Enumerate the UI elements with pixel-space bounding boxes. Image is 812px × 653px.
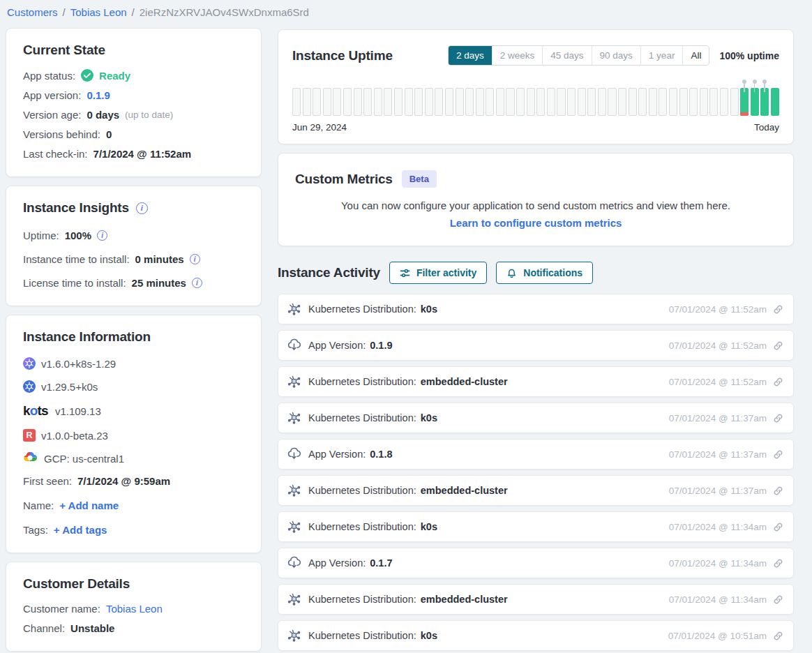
activity-timestamp: 07/01/2024 @ 11:34am [669,522,767,532]
permalink-icon[interactable] [773,413,783,423]
uptime-bar[interactable] [649,88,657,116]
uptime-range-45-days[interactable]: 45 days [542,46,591,65]
activity-row[interactable]: Kubernetes Distribution: embedded-cluste… [278,366,794,397]
uptime-bar[interactable] [700,88,708,116]
add-name-link[interactable]: + Add name [59,500,119,511]
breadcrumb: Customers / Tobias Leon / 2ieRzNzXRVJAOv… [7,6,309,18]
uptime-bar[interactable] [587,88,596,116]
uptime-bar[interactable] [567,88,576,116]
uptime-bar[interactable] [435,88,443,116]
permalink-icon[interactable] [773,340,783,351]
info-icon[interactable] [192,278,202,288]
uptime-bar[interactable] [496,88,504,116]
current-state-card: Current State App status: Ready App vers… [6,28,262,177]
uptime-bar[interactable] [465,88,474,116]
uptime-bar[interactable] [323,88,331,116]
license-tti-value: 25 minutes [132,277,186,289]
info-icon[interactable] [136,202,148,214]
uptime-bar[interactable] [506,88,514,116]
uptime-bar[interactable] [313,88,321,116]
uptime-summary: 100% uptime [719,50,779,61]
uptime-range-2-days[interactable]: 2 days [449,46,492,65]
uptime-bar[interactable] [384,88,392,116]
uptime-bar[interactable] [598,88,606,116]
permalink-icon[interactable] [773,377,783,387]
uptime-bar[interactable] [354,88,362,116]
uptime-bar[interactable] [629,88,637,116]
activity-timestamp: 07/01/2024 @ 11:37am [669,486,767,496]
uptime-bar[interactable] [445,88,453,116]
permalink-icon[interactable] [773,486,783,496]
uptime-bar[interactable] [638,88,647,116]
uptime-bar[interactable] [679,88,688,116]
version-age-note: (up to date) [125,110,173,120]
uptime-bar[interactable] [608,88,616,116]
uptime-bar[interactable] [618,88,626,116]
uptime-bar[interactable] [751,88,759,116]
filter-activity-button[interactable]: Filter activity [389,262,487,284]
uptime-bar[interactable] [486,88,494,116]
activity-row[interactable]: App Version: 0.1.8 07/01/2024 @ 11:37am [278,439,794,470]
uptime-bar[interactable] [578,88,586,116]
uptime-bar[interactable] [394,88,403,116]
uptime-bar[interactable] [343,88,352,116]
uptime-range-1-year[interactable]: 1 year [640,46,683,65]
uptime-bar[interactable] [363,88,372,116]
activity-row[interactable]: Kubernetes Distribution: k0s 07/01/2024 … [278,620,794,651]
activity-row[interactable]: Kubernetes Distribution: embedded-cluste… [278,475,794,506]
uptime-bar[interactable] [669,88,677,116]
uptime-bar[interactable] [730,88,739,116]
embedded-cluster-icon [23,357,36,370]
uptime-bar[interactable] [740,88,749,116]
uptime-bar[interactable] [760,88,769,116]
uptime-bar[interactable] [516,88,525,116]
uptime-bar[interactable] [659,88,667,116]
add-tags-link[interactable]: + Add tags [54,524,107,536]
activity-row[interactable]: Kubernetes Distribution: embedded-cluste… [278,584,794,615]
customer-name-link[interactable]: Tobias Leon [106,603,163,615]
uptime-bar[interactable] [374,88,382,116]
filter-activity-label: Filter activity [416,267,476,278]
uptime-bar[interactable] [303,88,311,116]
info-icon[interactable] [190,254,200,264]
uptime-bar[interactable] [557,88,565,116]
uptime-bar[interactable] [333,88,341,116]
permalink-icon[interactable] [773,594,783,605]
uptime-bar[interactable] [771,88,779,116]
uptime-bar[interactable] [414,88,423,116]
uptime-bar[interactable] [689,88,698,116]
activity-row[interactable]: Kubernetes Distribution: k0s 07/01/2024 … [278,294,794,324]
permalink-icon[interactable] [773,304,783,315]
permalink-icon[interactable] [773,449,783,460]
permalink-icon[interactable] [773,522,783,532]
uptime-range-all[interactable]: All [682,46,709,65]
activity-row[interactable]: App Version: 0.1.7 07/01/2024 @ 11:34am [278,548,794,578]
uptime-start-label: Jun 29, 2024 [292,122,347,133]
uptime-bar[interactable] [476,88,484,116]
uptime-bar[interactable] [456,88,464,116]
uptime-bar[interactable] [709,88,718,116]
uptime-bar[interactable] [292,88,301,116]
breadcrumb-customers-link[interactable]: Customers [7,6,58,18]
permalink-icon[interactable] [773,558,783,569]
permalink-icon[interactable] [773,631,783,641]
activity-row[interactable]: Kubernetes Distribution: k0s 07/01/2024 … [278,511,794,542]
uptime-bar[interactable] [536,88,545,116]
uptime-bar[interactable] [527,88,535,116]
activity-row[interactable]: App Version: 0.1.9 07/01/2024 @ 11:52am [278,330,794,361]
uptime-range-2-weeks[interactable]: 2 weeks [492,46,543,65]
uptime-bar[interactable] [425,88,433,116]
status-check-icon [81,69,93,82]
uptime-range-90-days[interactable]: 90 days [592,46,640,65]
info-icon[interactable] [97,230,107,241]
uptime-bar[interactable] [720,88,728,116]
app-version-link[interactable]: 0.1.9 [87,89,110,101]
uptime-bar[interactable] [405,88,413,116]
activity-value: k0s [421,303,437,315]
configure-metrics-link[interactable]: Learn to configure custom metrics [295,217,776,229]
notifications-button[interactable]: Notifications [496,262,593,284]
uptime-bar[interactable] [547,88,555,116]
first-seen-label: First seen: [23,475,72,487]
breadcrumb-customer-name-link[interactable]: Tobias Leon [70,6,127,18]
activity-row[interactable]: Kubernetes Distribution: k0s 07/01/2024 … [278,403,794,433]
